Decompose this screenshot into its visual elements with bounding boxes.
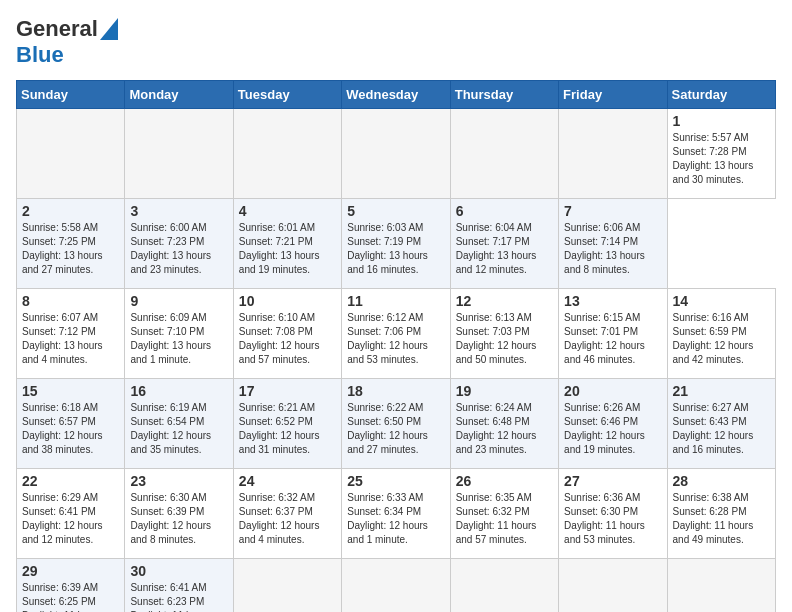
day-cell-24: 24Sunrise: 6:32 AMSunset: 6:37 PMDayligh…	[233, 469, 341, 559]
day-info: Sunrise: 6:26 AMSunset: 6:46 PMDaylight:…	[564, 401, 661, 457]
day-info: Sunrise: 6:10 AMSunset: 7:08 PMDaylight:…	[239, 311, 336, 367]
day-cell-23: 23Sunrise: 6:30 AMSunset: 6:39 PMDayligh…	[125, 469, 233, 559]
day-info: Sunrise: 6:29 AMSunset: 6:41 PMDaylight:…	[22, 491, 119, 547]
logo-general: General	[16, 16, 98, 42]
day-number: 21	[673, 383, 770, 399]
day-number: 13	[564, 293, 661, 309]
day-info: Sunrise: 6:27 AMSunset: 6:43 PMDaylight:…	[673, 401, 770, 457]
day-info: Sunrise: 6:06 AMSunset: 7:14 PMDaylight:…	[564, 221, 661, 277]
empty-cell	[17, 109, 125, 199]
day-info: Sunrise: 6:36 AMSunset: 6:30 PMDaylight:…	[564, 491, 661, 547]
calendar-week-6: 29Sunrise: 6:39 AMSunset: 6:25 PMDayligh…	[17, 559, 776, 613]
day-number: 10	[239, 293, 336, 309]
empty-cell	[125, 109, 233, 199]
day-info: Sunrise: 6:03 AMSunset: 7:19 PMDaylight:…	[347, 221, 444, 277]
empty-cell	[233, 109, 341, 199]
day-cell-6: 6Sunrise: 6:04 AMSunset: 7:17 PMDaylight…	[450, 199, 558, 289]
logo-blue: Blue	[16, 42, 64, 68]
day-info: Sunrise: 6:09 AMSunset: 7:10 PMDaylight:…	[130, 311, 227, 367]
day-cell-8: 8Sunrise: 6:07 AMSunset: 7:12 PMDaylight…	[17, 289, 125, 379]
day-number: 18	[347, 383, 444, 399]
day-info: Sunrise: 6:35 AMSunset: 6:32 PMDaylight:…	[456, 491, 553, 547]
day-cell-14: 14Sunrise: 6:16 AMSunset: 6:59 PMDayligh…	[667, 289, 775, 379]
day-cell-20: 20Sunrise: 6:26 AMSunset: 6:46 PMDayligh…	[559, 379, 667, 469]
header-thursday: Thursday	[450, 81, 558, 109]
header-wednesday: Wednesday	[342, 81, 450, 109]
day-number: 15	[22, 383, 119, 399]
calendar-week-1: 1Sunrise: 5:57 AMSunset: 7:28 PMDaylight…	[17, 109, 776, 199]
day-number: 28	[673, 473, 770, 489]
calendar-week-3: 8Sunrise: 6:07 AMSunset: 7:12 PMDaylight…	[17, 289, 776, 379]
header-tuesday: Tuesday	[233, 81, 341, 109]
day-cell-17: 17Sunrise: 6:21 AMSunset: 6:52 PMDayligh…	[233, 379, 341, 469]
day-number: 8	[22, 293, 119, 309]
day-info: Sunrise: 6:12 AMSunset: 7:06 PMDaylight:…	[347, 311, 444, 367]
day-cell-22: 22Sunrise: 6:29 AMSunset: 6:41 PMDayligh…	[17, 469, 125, 559]
header-friday: Friday	[559, 81, 667, 109]
day-info: Sunrise: 6:07 AMSunset: 7:12 PMDaylight:…	[22, 311, 119, 367]
header-monday: Monday	[125, 81, 233, 109]
calendar-week-5: 22Sunrise: 6:29 AMSunset: 6:41 PMDayligh…	[17, 469, 776, 559]
day-info: Sunrise: 6:33 AMSunset: 6:34 PMDaylight:…	[347, 491, 444, 547]
day-info: Sunrise: 5:57 AMSunset: 7:28 PMDaylight:…	[673, 131, 770, 187]
day-number: 26	[456, 473, 553, 489]
day-number: 29	[22, 563, 119, 579]
empty-cell	[450, 109, 558, 199]
day-cell-29: 29Sunrise: 6:39 AMSunset: 6:25 PMDayligh…	[17, 559, 125, 613]
day-number: 1	[673, 113, 770, 129]
logo: General Blue	[16, 16, 118, 68]
empty-cell	[667, 559, 775, 613]
day-number: 24	[239, 473, 336, 489]
day-info: Sunrise: 6:39 AMSunset: 6:25 PMDaylight:…	[22, 581, 119, 612]
day-number: 7	[564, 203, 661, 219]
day-number: 22	[22, 473, 119, 489]
empty-cell	[559, 559, 667, 613]
empty-cell	[342, 109, 450, 199]
day-cell-5: 5Sunrise: 6:03 AMSunset: 7:19 PMDaylight…	[342, 199, 450, 289]
day-cell-9: 9Sunrise: 6:09 AMSunset: 7:10 PMDaylight…	[125, 289, 233, 379]
day-number: 2	[22, 203, 119, 219]
day-cell-30: 30Sunrise: 6:41 AMSunset: 6:23 PMDayligh…	[125, 559, 233, 613]
day-info: Sunrise: 6:01 AMSunset: 7:21 PMDaylight:…	[239, 221, 336, 277]
empty-cell	[233, 559, 341, 613]
day-cell-3: 3Sunrise: 6:00 AMSunset: 7:23 PMDaylight…	[125, 199, 233, 289]
empty-cell	[559, 109, 667, 199]
day-number: 25	[347, 473, 444, 489]
day-info: Sunrise: 6:30 AMSunset: 6:39 PMDaylight:…	[130, 491, 227, 547]
day-cell-19: 19Sunrise: 6:24 AMSunset: 6:48 PMDayligh…	[450, 379, 558, 469]
day-cell-15: 15Sunrise: 6:18 AMSunset: 6:57 PMDayligh…	[17, 379, 125, 469]
day-info: Sunrise: 6:19 AMSunset: 6:54 PMDaylight:…	[130, 401, 227, 457]
day-number: 16	[130, 383, 227, 399]
day-cell-12: 12Sunrise: 6:13 AMSunset: 7:03 PMDayligh…	[450, 289, 558, 379]
day-info: Sunrise: 6:38 AMSunset: 6:28 PMDaylight:…	[673, 491, 770, 547]
calendar-week-4: 15Sunrise: 6:18 AMSunset: 6:57 PMDayligh…	[17, 379, 776, 469]
day-cell-25: 25Sunrise: 6:33 AMSunset: 6:34 PMDayligh…	[342, 469, 450, 559]
day-number: 14	[673, 293, 770, 309]
day-info: Sunrise: 6:00 AMSunset: 7:23 PMDaylight:…	[130, 221, 227, 277]
page-header: General Blue	[16, 16, 776, 68]
day-cell-4: 4Sunrise: 6:01 AMSunset: 7:21 PMDaylight…	[233, 199, 341, 289]
empty-cell	[342, 559, 450, 613]
day-cell-10: 10Sunrise: 6:10 AMSunset: 7:08 PMDayligh…	[233, 289, 341, 379]
day-info: Sunrise: 6:13 AMSunset: 7:03 PMDaylight:…	[456, 311, 553, 367]
day-cell-26: 26Sunrise: 6:35 AMSunset: 6:32 PMDayligh…	[450, 469, 558, 559]
logo-triangle-icon	[100, 18, 118, 40]
day-number: 20	[564, 383, 661, 399]
day-info: Sunrise: 6:18 AMSunset: 6:57 PMDaylight:…	[22, 401, 119, 457]
day-number: 11	[347, 293, 444, 309]
day-number: 12	[456, 293, 553, 309]
day-number: 9	[130, 293, 227, 309]
day-cell-18: 18Sunrise: 6:22 AMSunset: 6:50 PMDayligh…	[342, 379, 450, 469]
day-number: 27	[564, 473, 661, 489]
day-cell-27: 27Sunrise: 6:36 AMSunset: 6:30 PMDayligh…	[559, 469, 667, 559]
calendar-header-row: SundayMondayTuesdayWednesdayThursdayFrid…	[17, 81, 776, 109]
day-info: Sunrise: 6:32 AMSunset: 6:37 PMDaylight:…	[239, 491, 336, 547]
day-info: Sunrise: 5:58 AMSunset: 7:25 PMDaylight:…	[22, 221, 119, 277]
day-cell-7: 7Sunrise: 6:06 AMSunset: 7:14 PMDaylight…	[559, 199, 667, 289]
day-number: 5	[347, 203, 444, 219]
day-cell-16: 16Sunrise: 6:19 AMSunset: 6:54 PMDayligh…	[125, 379, 233, 469]
day-number: 17	[239, 383, 336, 399]
calendar-table: SundayMondayTuesdayWednesdayThursdayFrid…	[16, 80, 776, 612]
day-info: Sunrise: 6:15 AMSunset: 7:01 PMDaylight:…	[564, 311, 661, 367]
header-sunday: Sunday	[17, 81, 125, 109]
